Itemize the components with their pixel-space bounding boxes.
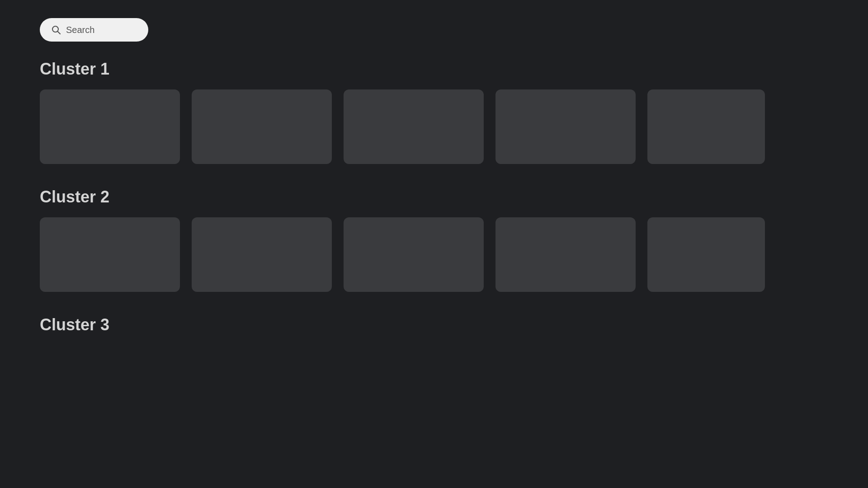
card-1-5[interactable]: [647, 89, 765, 164]
card-2-3[interactable]: [344, 217, 484, 292]
card-2-2[interactable]: [192, 217, 332, 292]
cluster-2-section: Cluster 2: [40, 188, 828, 292]
search-bar-wrapper: Search: [40, 18, 828, 42]
cluster-1-section: Cluster 1: [40, 60, 828, 164]
cluster-1-grid: [40, 89, 828, 164]
card-1-1[interactable]: [40, 89, 180, 164]
search-bar[interactable]: Search: [40, 18, 148, 42]
card-2-4[interactable]: [495, 217, 636, 292]
cluster-1-title: Cluster 1: [40, 60, 828, 79]
card-1-2[interactable]: [192, 89, 332, 164]
search-placeholder: Search: [66, 25, 94, 35]
card-2-5[interactable]: [647, 217, 765, 292]
cluster-2-grid: [40, 217, 828, 292]
page-container: Search Cluster 1 Cluster 2 Cluster 3: [0, 0, 868, 385]
card-1-4[interactable]: [495, 89, 636, 164]
svg-line-1: [58, 32, 61, 34]
card-2-1[interactable]: [40, 217, 180, 292]
cluster-2-title: Cluster 2: [40, 188, 828, 206]
card-1-3[interactable]: [344, 89, 484, 164]
cluster-3-title: Cluster 3: [40, 315, 828, 334]
search-icon: [51, 24, 61, 35]
cluster-3-section: Cluster 3: [40, 315, 828, 334]
